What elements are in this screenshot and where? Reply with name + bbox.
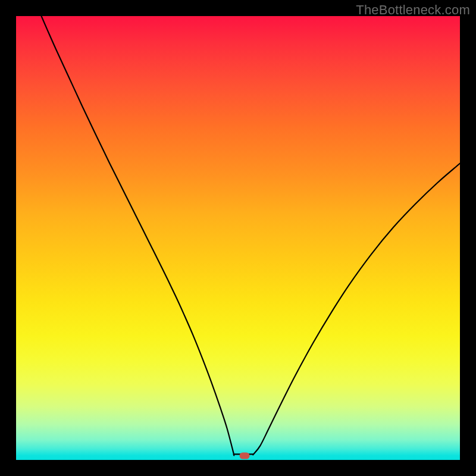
plot-area — [16, 16, 460, 460]
bottleneck-curve — [16, 16, 460, 460]
minimum-marker — [240, 452, 250, 459]
chart-stage: TheBottleneck.com — [0, 0, 476, 476]
